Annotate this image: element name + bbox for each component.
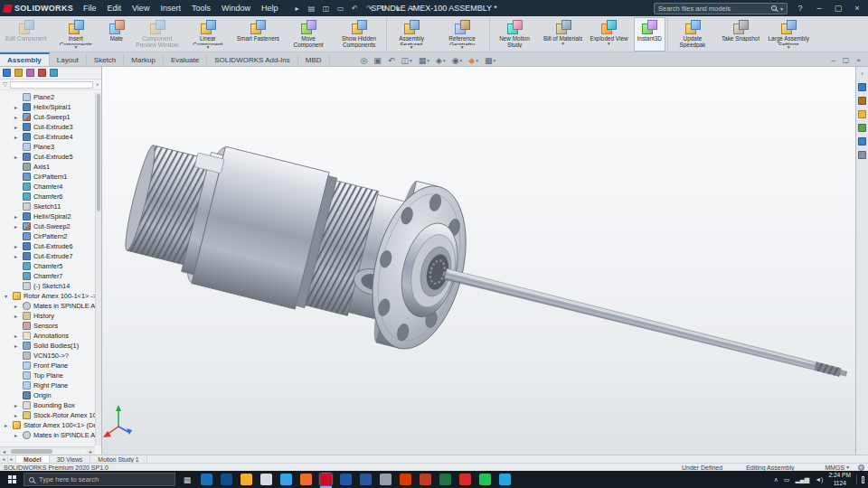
document-tab[interactable]: Model [16, 455, 50, 463]
taskbar-app-icon[interactable] [201, 474, 212, 485]
tree-item[interactable]: Chamfer6 [0, 192, 101, 202]
design-library-icon[interactable] [858, 97, 866, 105]
scrollbar-track[interactable] [9, 449, 86, 454]
minimize-button[interactable]: – [813, 4, 826, 13]
search-dropdown-icon[interactable]: ▾ [780, 5, 783, 12]
document-tab[interactable]: Motion Study 1 [90, 455, 146, 463]
ribbon-button[interactable]: Smart Fasteners ▾ [233, 17, 283, 52]
units-selector[interactable]: MMGS ▾ [825, 465, 849, 471]
select-arrow-icon[interactable]: ▸ [291, 5, 302, 13]
ribbon-button[interactable]: New Motion Study ▾ [489, 17, 540, 52]
tag-icon[interactable] [858, 465, 864, 471]
tree-item[interactable]: ▸ Cut-Sweep2 [0, 221, 101, 231]
document-tab[interactable]: 3D Views [50, 455, 91, 463]
menu-item[interactable]: Edit [103, 2, 127, 14]
doc-restore-icon[interactable]: ▢ [843, 56, 850, 64]
expand-arrow-icon[interactable]: ▸ [14, 403, 20, 408]
zoom-fit-icon[interactable]: ◎▾ [361, 57, 368, 65]
expand-arrow-icon[interactable]: ▸ [14, 304, 20, 309]
tree-item[interactable]: Front Plane [0, 361, 101, 371]
tree-item[interactable]: Origin [0, 390, 101, 400]
tree-item[interactable]: ▸ Annotations [0, 331, 101, 341]
expand-arrow-icon[interactable]: ▸ [14, 413, 20, 418]
hide-show-items-icon[interactable]: ◉▾ [452, 57, 463, 65]
section-view-icon[interactable]: ◫▾ [401, 57, 411, 65]
open-icon[interactable]: ▤ [306, 5, 316, 13]
ribbon-button[interactable]: Assembly Features ▾ [386, 17, 437, 52]
spindle-assembly-3d-model[interactable] [102, 67, 855, 455]
edit-appearance-icon[interactable]: ◆▾ [468, 57, 478, 65]
custom-properties-icon[interactable] [858, 151, 866, 159]
tree-item[interactable]: Top Plane [0, 371, 101, 380]
command-tab[interactable]: Markup [124, 54, 164, 66]
save-icon[interactable]: ◫ [320, 5, 331, 13]
view-orientation-icon[interactable]: ▦▾ [419, 57, 429, 65]
tree-item[interactable]: Plane3 [0, 142, 101, 152]
tree-item[interactable]: ▸ Cut-Extrude5 [0, 152, 101, 162]
scroll-right-icon[interactable]: ▸ [87, 448, 95, 455]
close-button[interactable]: × [851, 4, 863, 13]
command-tab[interactable]: Evaluate [164, 54, 207, 66]
tree-item[interactable]: ▸ History [0, 311, 101, 321]
displaymanager-tab-icon[interactable] [50, 69, 58, 77]
panel-flyout-icon[interactable]: › [96, 80, 99, 89]
tree-item[interactable]: CirPattern1 [0, 172, 101, 182]
taskbar-app-icon[interactable] [439, 474, 451, 485]
taskbar-app-icon[interactable] [241, 474, 252, 485]
tree-vertical-scrollbar[interactable] [95, 92, 101, 446]
chevron-up-icon[interactable]: ∧ [774, 476, 778, 483]
taskbar-app-icon[interactable] [221, 474, 232, 485]
task-pane-flyout-icon[interactable]: ‹ [861, 70, 863, 78]
menu-item[interactable]: Help [257, 2, 283, 14]
menu-item[interactable]: Tools [187, 2, 215, 14]
tree-item[interactable]: ▸ Cut-Extrude4 [0, 132, 101, 142]
print-icon[interactable]: ▭ [335, 5, 345, 13]
tree-item[interactable]: (-) Sketch14 [0, 281, 101, 291]
tree-item[interactable]: ▸ Cut-Extrude7 [0, 251, 101, 261]
action-center-icon[interactable] [856, 474, 864, 484]
expand-arrow-icon[interactable]: ▸ [14, 333, 20, 339]
tree-item[interactable]: ▸ Bounding Box [0, 400, 101, 410]
ribbon-button[interactable]: Mate ▾ [101, 17, 132, 52]
scroll-left-icon[interactable]: ◂ [0, 448, 8, 455]
expand-arrow-icon[interactable]: ▸ [14, 224, 20, 230]
taskbar-app-icon[interactable] [300, 474, 312, 485]
featuremanager-tab-icon[interactable] [3, 69, 11, 77]
filter-input[interactable] [10, 81, 93, 89]
tab-scroll-left-icon[interactable]: ◂ [0, 455, 8, 463]
tree-item[interactable]: Plane2 [0, 92, 101, 102]
taskbar-app-icon[interactable] [340, 474, 352, 485]
tree-item[interactable]: Axis1 [0, 162, 101, 172]
expand-arrow-icon[interactable]: ▸ [14, 214, 20, 220]
tree-item[interactable]: Chamfer7 [0, 271, 101, 281]
tree-item[interactable]: ▸ Cut-Extrude6 [0, 241, 101, 251]
tree-item[interactable]: ▸ Stator Amex 100<1> (Default<... [0, 420, 101, 430]
tab-scroll-right-icon[interactable]: ▸ [8, 455, 16, 463]
taskbar-clock[interactable]: 2:24 PM 1124 [828, 472, 851, 486]
ribbon-button[interactable]: Exploded View ▾ [586, 17, 631, 52]
taskbar-app-icon[interactable] [320, 474, 332, 485]
tree-item[interactable]: ▾ Rotor Amex 100-1<1> ->? (Def... [0, 291, 101, 301]
start-button[interactable] [0, 471, 24, 488]
scrollbar-thumb[interactable] [11, 449, 52, 454]
tree-item[interactable]: Sketch11 [0, 202, 101, 211]
previous-view-icon[interactable]: ↶▾ [388, 57, 395, 65]
options-icon[interactable]: ∗ [392, 5, 403, 13]
taskbar-app-icon[interactable] [260, 474, 272, 485]
expand-arrow-icon[interactable]: ▸ [14, 125, 20, 130]
ribbon-button[interactable]: Linear Component Pattern ▾ [183, 17, 233, 52]
command-tab[interactable]: Assembly [0, 52, 50, 66]
tree-item[interactable]: ▸ Helix/Spiral1 [0, 102, 101, 112]
taskbar-search-input[interactable]: Type here to search [24, 473, 175, 486]
undo-icon[interactable]: ↶ [349, 5, 360, 13]
expand-arrow-icon[interactable]: ▸ [14, 343, 20, 349]
expand-arrow-icon[interactable]: ▸ [14, 105, 20, 110]
volume-icon[interactable]: ◄) [815, 476, 823, 483]
menu-item[interactable]: Window [217, 2, 255, 14]
ribbon-button[interactable]: Component Preview Window ▾ [132, 17, 183, 52]
tree-horizontal-scrollbar[interactable]: ◂ ▸ [0, 446, 95, 455]
taskbar-app-icon[interactable] [459, 474, 471, 485]
tree-item[interactable]: CirPattern2 [0, 231, 101, 241]
taskbar-app-icon[interactable] [400, 474, 411, 485]
help-button[interactable]: ? [794, 4, 807, 13]
